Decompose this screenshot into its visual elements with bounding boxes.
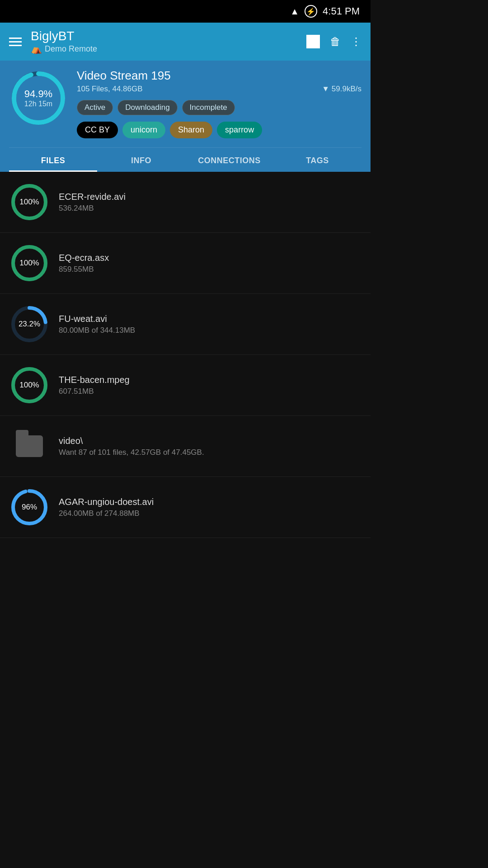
folder-icon-wrap [9, 426, 50, 467]
tags-row: Active Downloading Incomplete [77, 100, 361, 115]
app-bar: BiglyBT ⛺ Demo Remote 🗑 ⋮ [0, 23, 371, 61]
file-list: 100% ECER-revide.avi 536.24MB 100% EQ-ec… [0, 172, 371, 538]
stop-button[interactable] [306, 35, 320, 48]
file-progress-circle-6: 96% [9, 487, 50, 528]
wifi-icon: ▲ [290, 6, 299, 17]
tab-files[interactable]: FILES [9, 148, 97, 172]
torrent-name: Video Stream 195 [77, 69, 361, 83]
tag-downloading[interactable]: Downloading [117, 100, 177, 115]
file-progress-circle-2: 100% [9, 243, 50, 283]
download-speed: ▼ 59.9kB/s [322, 85, 361, 94]
file-name-1: ECER-revide.avi [59, 192, 361, 202]
delete-button[interactable]: 🗑 [330, 35, 341, 48]
tabs: FILES INFO CONNECTIONS TAGS [9, 147, 361, 172]
file-name-3: FU-weat.avi [59, 314, 361, 324]
file-progress-text-1: 100% [19, 198, 39, 207]
tent-icon: ⛺ [31, 43, 42, 54]
list-item[interactable]: 100% EQ-ecra.asx 859.55MB [0, 233, 371, 294]
file-details-4: THE-bacen.mpeg 607.51MB [59, 375, 361, 396]
file-progress-circle-3: 23.2% [9, 304, 50, 344]
torrent-progress-percent: 94.9% [24, 88, 52, 100]
file-name-5: video\ [59, 436, 361, 446]
app-bar-title: BiglyBT ⛺ Demo Remote [31, 29, 97, 54]
file-progress-text-4: 100% [19, 381, 39, 390]
list-item[interactable]: 100% THE-bacen.mpeg 607.51MB [0, 355, 371, 416]
status-bar: ▲ ⚡ 4:51 PM [0, 0, 371, 23]
label-ccby[interactable]: CC BY [77, 122, 118, 138]
label-sharon[interactable]: Sharon [170, 122, 212, 138]
app-title: BiglyBT [31, 29, 97, 43]
torrent-progress-circle: 94.9% 12h 15m [9, 69, 68, 127]
file-progress-text-2: 100% [19, 259, 39, 268]
file-details-3: FU-weat.avi 80.00MB of 344.13MB [59, 314, 361, 335]
file-size-1: 536.24MB [59, 204, 361, 213]
list-item[interactable]: 96% AGAR-ungiou-doest.avi 264.00MB of 27… [0, 477, 371, 538]
torrent-details: Video Stream 195 105 Files, 44.86GB ▼ 59… [77, 69, 361, 140]
file-progress-text-3: 23.2% [19, 320, 40, 329]
folder-icon [16, 435, 43, 457]
list-item[interactable]: 23.2% FU-weat.avi 80.00MB of 344.13MB [0, 294, 371, 355]
file-size-3: 80.00MB of 344.13MB [59, 326, 361, 335]
more-options-button[interactable]: ⋮ [351, 35, 361, 48]
label-sparrow[interactable]: sparrow [217, 122, 262, 138]
status-time: 4:51 PM [323, 5, 360, 17]
file-details-1: ECER-revide.avi 536.24MB [59, 192, 361, 213]
torrent-progress-text: 94.9% 12h 15m [24, 88, 52, 108]
list-item[interactable]: video\ Want 87 of 101 files, 42.57GB of … [0, 416, 371, 477]
hamburger-menu[interactable] [9, 38, 22, 46]
tab-connections[interactable]: CONNECTIONS [185, 148, 273, 172]
file-size-6: 264.00MB of 274.88MB [59, 509, 361, 518]
torrent-time-remaining: 12h 15m [24, 100, 52, 108]
file-details-6: AGAR-ungiou-doest.avi 264.00MB of 274.88… [59, 497, 361, 518]
app-bar-left: BiglyBT ⛺ Demo Remote [9, 29, 97, 54]
tag-incomplete[interactable]: Incomplete [182, 100, 235, 115]
labels-row: CC BY unicorn Sharon sparrow [77, 122, 361, 138]
file-progress-text-6: 96% [22, 503, 37, 512]
file-name-6: AGAR-ungiou-doest.avi [59, 497, 361, 507]
tag-active[interactable]: Active [77, 100, 113, 115]
file-progress-circle-1: 100% [9, 182, 50, 222]
list-item[interactable]: 100% ECER-revide.avi 536.24MB [0, 172, 371, 233]
tab-tags[interactable]: TAGS [273, 148, 361, 172]
file-size-4: 607.51MB [59, 387, 361, 396]
file-name-2: EQ-ecra.asx [59, 253, 361, 263]
file-details-5: video\ Want 87 of 101 files, 42.57GB of … [59, 436, 361, 457]
file-progress-circle-4: 100% [9, 365, 50, 406]
file-size-2: 859.55MB [59, 265, 361, 274]
file-name-4: THE-bacen.mpeg [59, 375, 361, 385]
bolt-icon: ⚡ [305, 5, 317, 18]
torrent-meta: 105 Files, 44.86GB ▼ 59.9kB/s [77, 85, 361, 94]
file-size-5: Want 87 of 101 files, 42.57GB of 47.45GB… [59, 448, 361, 457]
label-unicorn[interactable]: unicorn [122, 122, 165, 138]
tab-info[interactable]: INFO [97, 148, 185, 172]
app-subtitle: ⛺ Demo Remote [31, 43, 97, 54]
file-details-2: EQ-ecra.asx 859.55MB [59, 253, 361, 274]
torrent-header: 94.9% 12h 15m Video Stream 195 105 Files… [0, 61, 371, 172]
app-bar-actions: 🗑 ⋮ [306, 35, 361, 48]
torrent-info-row: 94.9% 12h 15m Video Stream 195 105 Files… [9, 69, 361, 140]
